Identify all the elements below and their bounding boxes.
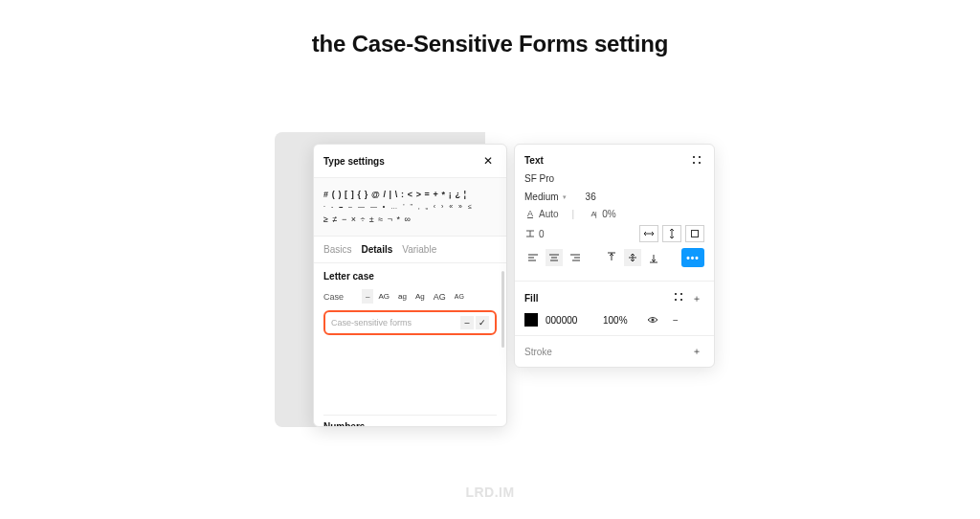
font-family-select[interactable]: SF Pro <box>524 173 704 184</box>
svg-point-28 <box>680 299 682 301</box>
valign-top-button[interactable] <box>603 249 620 266</box>
preview-line-2: · ‐ ‒ – — ― • … ' " ‚ „ ‹ › « » ≤ <box>323 201 497 212</box>
font-weight-select[interactable]: Medium ▾ <box>524 192 567 202</box>
style-icon[interactable] <box>689 152 704 168</box>
figure-canvas: Type settings ✕ # ( ) [ ] { } @ / | \ : … <box>275 132 715 427</box>
paragraph-spacing-icon <box>524 228 536 239</box>
resize-fixed-button[interactable] <box>685 225 704 242</box>
watermark: LRD.IM <box>0 485 980 500</box>
horizontal-align <box>524 249 584 266</box>
stroke-heading: Stroke <box>524 347 552 357</box>
preview-line-3: ≥ ≠ − × ÷ ± ≈ ¬ * ∞ <box>323 213 497 226</box>
resize-mode <box>639 225 704 242</box>
divider: | <box>572 209 575 219</box>
fill-heading: Fill <box>524 293 538 304</box>
case-sensitive-forms-toggle: – ✓ <box>460 316 489 329</box>
stroke-section: Stroke ＋ <box>515 336 714 367</box>
type-settings-panel: Type settings ✕ # ( ) [ ] { } @ / | \ : … <box>313 144 507 427</box>
line-height-control[interactable]: A Auto <box>524 208 559 219</box>
close-icon[interactable]: ✕ <box>479 152 497 169</box>
line-height-icon: A <box>524 208 536 219</box>
font-size-input[interactable]: 36 <box>586 192 596 202</box>
align-center-button[interactable] <box>546 249 563 266</box>
svg-point-0 <box>693 156 695 158</box>
case-segmented-control: – AG ag Ag AG AG <box>362 289 468 305</box>
valign-middle-button[interactable] <box>624 249 641 266</box>
tab-details[interactable]: Details <box>361 244 392 255</box>
case-row: Case – AG ag Ag AG AG <box>323 289 497 305</box>
chevron-down-icon: ▾ <box>563 193 567 201</box>
text-section-heading: Text <box>524 155 544 166</box>
page-title: the Case-Sensitive Forms setting <box>0 31 980 57</box>
case-label: Case <box>323 292 362 302</box>
align-right-button[interactable] <box>567 249 584 266</box>
case-option-lower[interactable]: ag <box>394 289 411 304</box>
letter-case-heading: Letter case <box>323 271 497 282</box>
type-settings-button[interactable]: ••• <box>681 248 704 267</box>
svg-point-27 <box>675 299 677 301</box>
design-panel: Text SF Pro Medium ▾ 36 A Auto | <box>514 144 715 368</box>
svg-point-26 <box>680 293 682 295</box>
resize-vertical-button[interactable] <box>662 225 681 242</box>
tab-variable[interactable]: Variable <box>402 244 436 255</box>
vertical-align <box>603 249 662 266</box>
fill-style-icon[interactable] <box>671 289 686 305</box>
remove-fill-button[interactable]: − <box>668 312 683 327</box>
svg-point-2 <box>693 162 695 164</box>
paragraph-spacing-value: 0 <box>539 229 545 239</box>
line-height-value: Auto <box>539 209 559 219</box>
case-sensitive-forms-row: Case-sensitive forms – ✓ <box>323 310 497 335</box>
font-weight-value: Medium <box>524 192 559 202</box>
svg-point-25 <box>675 293 677 295</box>
csf-off-button[interactable]: – <box>460 316 474 329</box>
fill-opacity-input[interactable]: 100% <box>603 315 637 326</box>
fill-hex-input[interactable]: 000000 <box>546 315 595 326</box>
type-settings-title: Type settings <box>323 156 385 167</box>
scrollbar[interactable] <box>501 271 504 348</box>
add-stroke-button[interactable]: ＋ <box>689 344 704 359</box>
add-fill-button[interactable]: ＋ <box>689 291 704 306</box>
svg-point-3 <box>699 162 701 164</box>
case-option-smallcaps[interactable]: AG <box>430 289 450 305</box>
fill-swatch[interactable] <box>524 313 538 327</box>
text-section: Text SF Pro Medium ▾ 36 A Auto | <box>515 145 714 282</box>
svg-point-29 <box>652 319 655 322</box>
case-option-allsmall[interactable]: AG <box>451 290 468 303</box>
fill-row: 000000 100% − <box>524 312 704 327</box>
type-settings-tabs: Basics Details Variable <box>314 237 506 263</box>
csf-on-button[interactable]: ✓ <box>476 316 489 329</box>
case-option-upper[interactable]: AG <box>374 289 393 304</box>
case-option-none[interactable]: – <box>362 289 373 304</box>
letter-spacing-control[interactable]: A| 0% <box>588 208 615 219</box>
numbers-section-heading: Numbers <box>323 415 497 426</box>
svg-point-1 <box>699 156 701 158</box>
visibility-icon[interactable] <box>645 312 660 327</box>
case-option-title[interactable]: Ag <box>412 289 429 304</box>
valign-bottom-button[interactable] <box>645 249 662 266</box>
preview-line-1: # ( ) [ ] { } @ / | \ : < > = + * ¡ ¿ ¦ <box>323 188 497 201</box>
case-sensitive-forms-label: Case-sensitive forms <box>331 318 412 327</box>
paragraph-spacing-control[interactable]: 0 <box>524 228 545 239</box>
fill-section: Fill ＋ 000000 100% − <box>515 282 714 336</box>
resize-horizontal-button[interactable] <box>639 225 658 242</box>
type-settings-header: Type settings ✕ <box>314 145 506 177</box>
letter-spacing-value: 0% <box>602 209 615 219</box>
letter-case-section: Letter case Case – AG ag Ag AG AG Case-s… <box>314 263 506 426</box>
tab-basics[interactable]: Basics <box>323 244 351 255</box>
svg-rect-9 <box>692 231 699 237</box>
align-left-button[interactable] <box>524 249 542 266</box>
letter-spacing-icon: A| <box>588 208 599 219</box>
glyph-preview: # ( ) [ ] { } @ / | \ : < > = + * ¡ ¿ ¦ … <box>314 177 506 237</box>
